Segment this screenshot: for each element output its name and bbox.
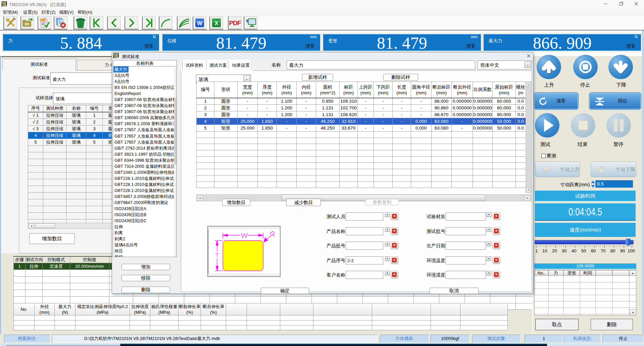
svg-text:PDF: PDF bbox=[229, 19, 241, 27]
svg-text:X: X bbox=[214, 20, 218, 27]
svg-text:W: W bbox=[197, 20, 203, 27]
